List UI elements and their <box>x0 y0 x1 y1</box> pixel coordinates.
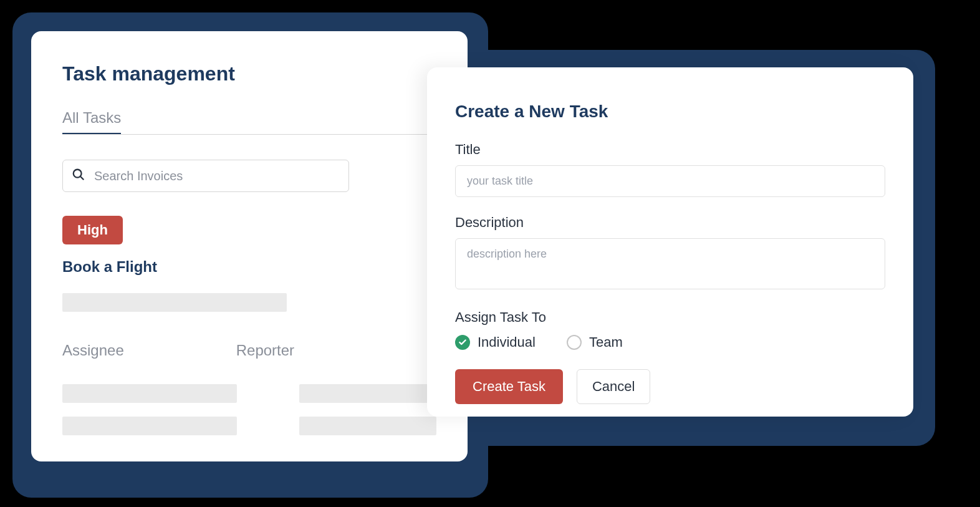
skeleton-cell <box>62 384 237 403</box>
radio-group: Individual Team <box>455 334 885 350</box>
search-box[interactable] <box>62 160 349 192</box>
cancel-button[interactable]: Cancel <box>577 369 650 404</box>
description-label: Description <box>455 215 885 231</box>
title-label: Title <box>455 142 885 158</box>
form-title: Create a New Task <box>455 102 885 122</box>
radio-team-label: Team <box>589 334 623 350</box>
search-icon <box>72 168 94 184</box>
skeleton-line <box>62 293 287 312</box>
column-headers: Assignee Reporter <box>62 342 436 359</box>
radio-checked-icon <box>455 335 470 350</box>
radio-team[interactable]: Team <box>567 334 623 350</box>
page-title: Task management <box>62 62 436 85</box>
tab-all-tasks[interactable]: All Tasks <box>62 109 121 134</box>
radio-individual-label: Individual <box>478 334 536 350</box>
search-input[interactable] <box>94 169 340 183</box>
priority-badge: High <box>62 216 123 244</box>
radio-individual[interactable]: Individual <box>455 334 536 350</box>
skeleton-row <box>62 384 436 403</box>
svg-line-1 <box>80 176 84 180</box>
tab-row: All Tasks <box>62 109 436 135</box>
task-name[interactable]: Book a Flight <box>62 258 436 276</box>
reporter-header: Reporter <box>236 342 294 359</box>
create-task-button[interactable]: Create Task <box>455 369 563 404</box>
assignee-header: Assignee <box>62 342 124 359</box>
assign-label: Assign Task To <box>455 309 885 326</box>
create-task-card: Create a New Task Title Description Assi… <box>427 67 913 417</box>
task-management-card: Task management All Tasks High Book a Fl… <box>31 31 468 461</box>
skeleton-cell <box>62 417 237 435</box>
radio-unchecked-icon <box>567 335 582 350</box>
button-row: Create Task Cancel <box>455 369 885 404</box>
skeleton-cell <box>299 417 436 435</box>
description-input[interactable] <box>455 238 885 289</box>
title-input[interactable] <box>455 165 885 197</box>
skeleton-cell <box>299 384 436 403</box>
skeleton-row <box>62 417 436 435</box>
svg-point-0 <box>74 170 82 178</box>
